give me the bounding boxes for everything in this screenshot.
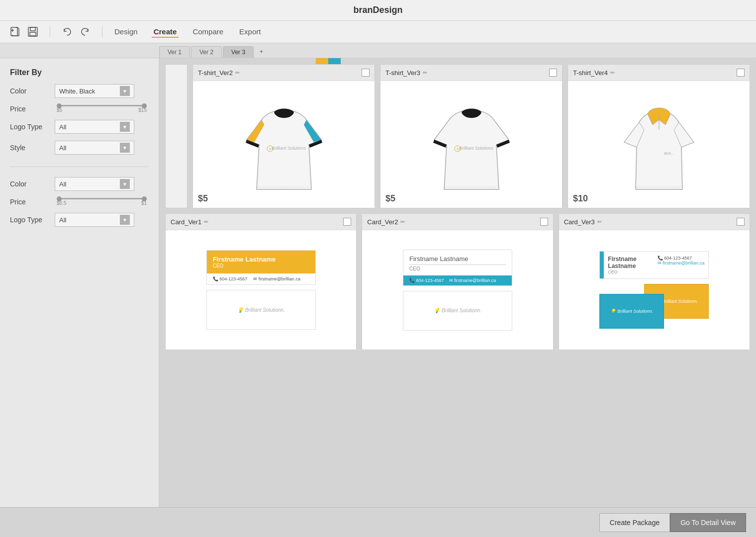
tshirt-ver4-checkbox[interactable] xyxy=(737,69,745,77)
card-ver3-checkbox[interactable] xyxy=(737,218,745,226)
card-ver3-front: FirstnameLastname CEO 📞 604-123-4567 ✉ f… xyxy=(599,251,709,279)
nav-tabs: Design Create Compare Export xyxy=(112,26,263,38)
card-ver2-phone: 📞 604-123-4567 xyxy=(409,278,444,283)
tshirt-filter-section: Filter By Color White, Black ▼ Price xyxy=(10,68,149,155)
ver-tab-1[interactable]: Ver 1 xyxy=(159,46,190,58)
tab-export[interactable]: Export xyxy=(237,26,263,38)
svg-text:Brilliant Solutions: Brilliant Solutions xyxy=(459,146,494,151)
logotype-filter-row: Logo Type All ▼ xyxy=(10,120,149,134)
logotype-select[interactable]: All ▼ xyxy=(55,120,134,134)
card-ver2-card: Card_Ver2 ✏ Firstname Lastname CEO xyxy=(362,213,553,350)
ver-tab-2[interactable]: Ver 2 xyxy=(191,46,222,58)
card-price-slider-track xyxy=(57,198,147,199)
price-slider[interactable]: $5 $15 xyxy=(55,105,149,113)
svg-rect-5 xyxy=(30,32,36,36)
style-label: Style xyxy=(10,144,55,152)
tshirt-ver3-checkbox[interactable] xyxy=(549,69,557,77)
price-slider-thumb-min[interactable] xyxy=(57,103,62,108)
bottom-bar: Create Package Go To Detail View xyxy=(0,507,756,537)
save-icon[interactable] xyxy=(26,25,40,39)
tshirt-ver3-name: T-shirt_Ver3 ✏ xyxy=(385,69,427,77)
card-ver3-header: Card_Ver3 ✏ xyxy=(559,214,750,230)
svg-text:☀: ☀ xyxy=(269,147,272,151)
detail-view-button[interactable]: Go To Detail View xyxy=(670,513,746,532)
card-ver3-email: ✉ firstname@brillian.ca xyxy=(658,261,705,266)
card-ver2-email: ✉ firstname@brillian.ca xyxy=(449,278,496,283)
card-ver1-edit-icon[interactable]: ✏ xyxy=(204,219,208,225)
redo-icon[interactable] xyxy=(78,25,92,39)
card-ver2-name: Card_Ver2 ✏ xyxy=(367,218,405,226)
card-ver3-card: Card_Ver3 ✏ FirstnameLastname CEO xyxy=(559,213,750,350)
card-ver3-back-teal: 💡 Brilliant Solutionn. xyxy=(599,294,664,329)
tshirt-ver2-checkbox[interactable] xyxy=(362,69,370,77)
style-select[interactable]: All ▼ xyxy=(55,141,134,155)
card-ver2-name-area: Firstname Lastname CEO xyxy=(403,250,512,273)
card-ver1-phone: 📞 604-123-4567 xyxy=(213,276,248,281)
card-ver3-person-name: FirstnameLastname xyxy=(608,256,649,269)
color-select[interactable]: White, Black ▼ xyxy=(55,84,134,98)
create-package-button[interactable]: Create Package xyxy=(599,513,670,532)
card-color-filter-row: Color All ▼ xyxy=(10,177,149,191)
card-price-slider-thumb-max[interactable] xyxy=(142,196,147,201)
card-ver2-logo-text: Brilliant Solutionn. xyxy=(442,308,481,313)
card-ver3-left-accent xyxy=(600,252,604,278)
tshirt-ver3-edit-icon[interactable]: ✏ xyxy=(423,70,427,76)
card-ver1-header-area: Firstname Lastname CEO xyxy=(207,251,315,273)
tshirt-ver2-header: T-shirt_Ver2 ✏ xyxy=(193,65,375,81)
card-ver1-job-title: CEO xyxy=(213,263,309,268)
card-price-slider[interactable]: $0.5 $1 xyxy=(55,198,149,206)
card-ver1-front: Firstname Lastname CEO 📞 604-123-4567 ✉ … xyxy=(206,250,316,285)
version-tabs: Ver 1 Ver 2 Ver 3 + xyxy=(0,43,756,58)
tshirt-ver3-card: T-shirt_Ver3 ✏ Brilliant Solutions ☀ xyxy=(380,64,563,208)
card-ver2-image: Firstname Lastname CEO 📞 604-123-4567 ✉ … xyxy=(362,230,553,350)
product-content: T-shirt_Ver2 ✏ xyxy=(159,58,756,516)
tshirt-ver2-edit-icon[interactable]: ✏ xyxy=(235,70,240,76)
tshirt-ver4-price: $10 xyxy=(573,193,588,204)
tab-create[interactable]: Create xyxy=(152,26,179,38)
card-ver3-logo-text-teal: Brilliant Solutionn. xyxy=(617,309,653,314)
card-logotype-select[interactable]: All ▼ xyxy=(55,213,134,227)
card-ver2-logo-icon: 💡 xyxy=(434,308,440,313)
filter-title: Filter By xyxy=(10,68,149,77)
color-select-arrow: ▼ xyxy=(120,86,130,96)
card-ver3-contact: 📞 604-123-4567 ✉ firstname@brillian.ca xyxy=(654,252,709,278)
logotype-select-value: All xyxy=(59,123,66,131)
card-ver1-email: ✉ firstname@brillian.ca xyxy=(253,276,300,281)
svg-rect-0 xyxy=(11,27,17,36)
card-ver1-checkbox[interactable] xyxy=(343,218,351,226)
tab-compare[interactable]: Compare xyxy=(190,26,225,38)
history-tools xyxy=(60,25,92,39)
tshirt-ver3-image: Brilliant Solutions ☀ $5 xyxy=(380,81,562,208)
ver-tab-3[interactable]: Ver 3 xyxy=(223,46,254,58)
card-logotype-label: Logo Type xyxy=(10,216,55,224)
card-ver2-back: 💡 Brilliant Solutionn. xyxy=(403,291,512,331)
card-ver3-main-content: FirstnameLastname CEO xyxy=(604,252,653,278)
price-slider-thumb-max[interactable] xyxy=(142,103,147,108)
file-tools xyxy=(8,25,40,39)
card-ver2-edit-icon[interactable]: ✏ xyxy=(400,219,405,225)
svg-point-15 xyxy=(658,126,660,128)
svg-text:Brilliant Solutions: Brilliant Solutions xyxy=(272,146,306,151)
tshirt-ver2-price: $5 xyxy=(198,193,208,204)
undo-icon[interactable] xyxy=(60,25,74,39)
card-price-slider-thumb-min[interactable] xyxy=(57,196,62,201)
color-filter-row: Color White, Black ▼ xyxy=(10,84,149,98)
toolbar: Design Create Compare Export xyxy=(0,21,756,43)
new-file-icon[interactable] xyxy=(8,25,22,39)
price-slider-fill xyxy=(57,105,147,106)
partial-left-card xyxy=(165,64,188,208)
card-logotype-select-arrow: ▼ xyxy=(120,215,130,225)
logotype-label: Logo Type xyxy=(10,123,55,131)
card-ver2-contact-info: 📞 604-123-4567 ✉ firstname@brillian.ca xyxy=(409,278,506,283)
card-ver2-checkbox[interactable] xyxy=(540,218,548,226)
card-color-select[interactable]: All ▼ xyxy=(55,177,134,191)
ver-tab-add[interactable]: + xyxy=(255,46,268,58)
card-ver3-logo-text-yellow: Brilliant Solutionn. xyxy=(662,299,698,304)
card-ver3-logo-teal: 💡 Brilliant Solutionn. xyxy=(610,309,653,314)
card-ver1-header: Card_Ver1 ✏ xyxy=(166,214,356,230)
card-ver3-name: Card_Ver3 ✏ xyxy=(564,218,602,226)
style-filter-row: Style All ▼ xyxy=(10,141,149,155)
tshirt-ver4-edit-icon[interactable]: ✏ xyxy=(610,70,615,76)
card-ver3-edit-icon[interactable]: ✏ xyxy=(597,219,602,225)
tab-design[interactable]: Design xyxy=(112,26,140,38)
